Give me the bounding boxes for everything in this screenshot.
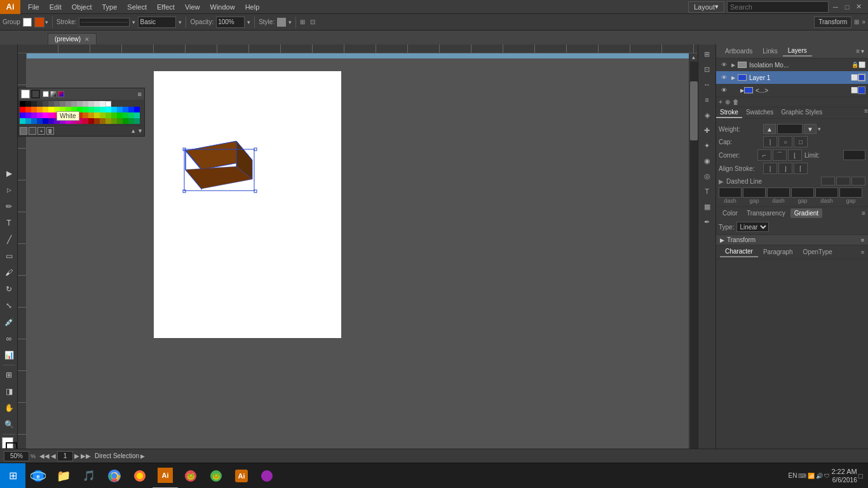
- layer-lock-2[interactable]: ⬜: [851, 74, 858, 81]
- security-icon[interactable]: 🛡: [824, 473, 830, 479]
- opentype-tab[interactable]: OpenType: [798, 247, 837, 257]
- color-cell[interactable]: [83, 118, 88, 124]
- keyboard-icon[interactable]: ⌨: [798, 473, 806, 479]
- color-cell[interactable]: [123, 107, 128, 112]
- color-cell[interactable]: [111, 118, 117, 124]
- color-cell[interactable]: [100, 112, 105, 118]
- cp-scroll-down[interactable]: ▼: [137, 128, 143, 134]
- dashed-btn-1[interactable]: [821, 177, 835, 186]
- transform-options[interactable]: ⊡: [310, 18, 315, 25]
- align-outside-btn[interactable]: ⌈: [794, 163, 808, 174]
- color-cell[interactable]: [105, 107, 111, 112]
- stroke-dropdown[interactable]: ▾: [132, 19, 135, 25]
- color-cell[interactable]: [48, 107, 54, 112]
- fill-swatch[interactable]: [23, 18, 32, 27]
- expand-button[interactable]: »: [862, 18, 865, 25]
- swatches-side-icon[interactable]: ▦: [700, 200, 714, 214]
- color-cell[interactable]: [31, 101, 37, 107]
- color-cell[interactable]: [123, 112, 128, 118]
- weight-unit-dropdown[interactable]: ▾: [818, 126, 821, 132]
- cap-butt-btn[interactable]: |: [763, 136, 777, 147]
- color-cell[interactable]: [20, 112, 25, 118]
- color-cell[interactable]: [43, 101, 48, 107]
- links-tab[interactable]: Links: [757, 46, 782, 56]
- color-cell[interactable]: [31, 112, 37, 118]
- menu-view[interactable]: View: [180, 0, 205, 14]
- object-3d[interactable]: [160, 138, 268, 201]
- menu-help[interactable]: Help: [240, 0, 265, 14]
- start-button[interactable]: ⊞: [0, 463, 25, 489]
- color-cell[interactable]: [43, 112, 48, 118]
- taskbar-app8[interactable]: Ai: [229, 463, 254, 489]
- align-center-btn[interactable]: |: [763, 163, 777, 174]
- color-cell[interactable]: [43, 107, 48, 112]
- color-cell[interactable]: [54, 101, 60, 107]
- layer-visibility-1[interactable]: 👁: [719, 60, 729, 70]
- color-cell[interactable]: [43, 118, 48, 124]
- artboards-tab[interactable]: Artboards: [720, 46, 757, 56]
- tool-direct-selection[interactable]: ▷: [1, 182, 17, 198]
- color-cell[interactable]: [48, 118, 54, 124]
- cp-scroll-up[interactable]: ▲: [130, 128, 136, 134]
- taskbar-extra[interactable]: 🐸: [178, 463, 203, 489]
- sublayer-row[interactable]: 👁 ▶ <...> ⬜: [716, 84, 868, 97]
- gradient-type-select[interactable]: Linear Radial: [736, 222, 769, 232]
- color-cell[interactable]: [25, 118, 31, 124]
- layers-tab[interactable]: Layers: [783, 46, 812, 57]
- page-input[interactable]: [57, 451, 73, 461]
- color-tab[interactable]: Color: [719, 208, 742, 218]
- style-swatch[interactable]: [277, 18, 286, 27]
- menu-file[interactable]: File: [23, 0, 44, 14]
- align-side-icon[interactable]: ≡: [700, 93, 714, 107]
- color-cell[interactable]: [94, 118, 100, 124]
- color-cell[interactable]: [88, 112, 94, 118]
- stroke-color[interactable]: [34, 17, 44, 27]
- taskbar-media[interactable]: 🎵: [76, 463, 102, 489]
- taskbar-app9[interactable]: [254, 463, 280, 489]
- taskbar-explorer[interactable]: 📁: [51, 463, 76, 489]
- color-cell[interactable]: [31, 107, 37, 112]
- color-cell[interactable]: [134, 112, 140, 118]
- color-cell[interactable]: [65, 101, 71, 107]
- limit-input[interactable]: [843, 150, 865, 160]
- cp-stroke-swatch[interactable]: [31, 90, 40, 98]
- tool-pen[interactable]: ✏: [1, 199, 17, 214]
- cp-small-btn-1[interactable]: [20, 127, 27, 135]
- color-cell[interactable]: [37, 112, 43, 118]
- gap-input-1[interactable]: [743, 187, 766, 198]
- cap-round-btn[interactable]: ○: [778, 136, 792, 147]
- color-cell[interactable]: [37, 101, 43, 107]
- color-cell[interactable]: [83, 112, 88, 118]
- notifications-btn[interactable]: □: [858, 471, 863, 480]
- network-icon[interactable]: 📶: [808, 473, 815, 479]
- layers-panel-collapse[interactable]: ▾: [861, 48, 864, 55]
- artboards-icon[interactable]: ⊞: [700, 47, 714, 61]
- tool-type[interactable]: T: [1, 215, 17, 231]
- isolation-mode-layer[interactable]: 👁 ▶ Isolation Mo... 🔒 ⬜: [716, 58, 868, 71]
- layer-delete-btn[interactable]: 🗑: [733, 98, 739, 105]
- color-cell[interactable]: [100, 101, 105, 107]
- navigator-icon[interactable]: ⊡: [700, 62, 714, 76]
- color-cell[interactable]: [117, 118, 123, 124]
- character-tab[interactable]: Character: [720, 247, 758, 257]
- tool-mesh[interactable]: ⊞: [1, 367, 17, 383]
- menu-type[interactable]: Type: [97, 0, 123, 14]
- maximize-button[interactable]: □: [843, 3, 851, 11]
- type-icon[interactable]: T: [700, 184, 714, 198]
- minimize-button[interactable]: ─: [831, 3, 840, 11]
- tool-zoom[interactable]: 🔍: [1, 417, 17, 432]
- clock-display[interactable]: 2:22 AM 6/6/2016: [831, 467, 857, 485]
- cp-none-swatch[interactable]: [43, 91, 49, 97]
- gradient-tab[interactable]: Gradient: [790, 208, 822, 218]
- color-cell[interactable]: [83, 101, 88, 107]
- cap-square-btn[interactable]: □: [794, 136, 808, 147]
- graphic-styles-tab[interactable]: Graphic Styles: [777, 107, 826, 118]
- cp-fill-swatch[interactable]: [21, 90, 30, 98]
- color-cell[interactable]: [25, 112, 31, 118]
- search-input[interactable]: [727, 1, 829, 13]
- symbols-icon[interactable]: ✦: [700, 139, 714, 152]
- gap-input-2[interactable]: [791, 187, 814, 198]
- color-cell[interactable]: [134, 118, 140, 124]
- color-cell[interactable]: [25, 107, 31, 112]
- color-cell[interactable]: [48, 101, 54, 107]
